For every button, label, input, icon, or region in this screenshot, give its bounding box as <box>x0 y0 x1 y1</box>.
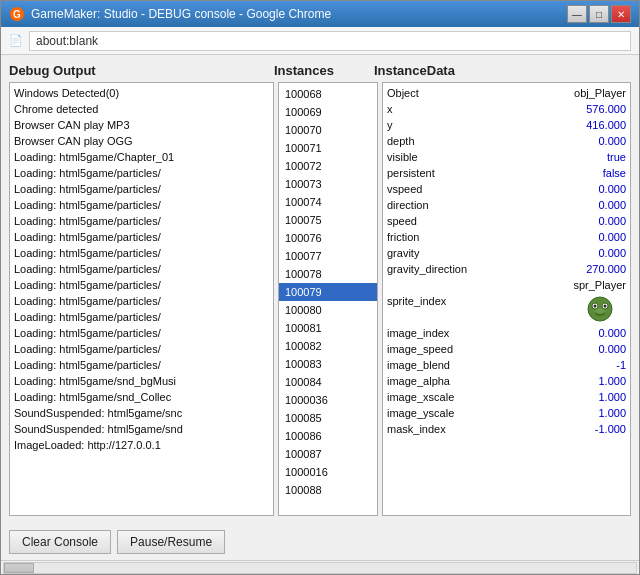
debug-panel: Windows Detected(0)Chrome detectedBrowse… <box>9 82 274 516</box>
instance-item[interactable]: 100070 <box>279 121 377 139</box>
instance-item[interactable]: 100069 <box>279 103 377 121</box>
debug-content[interactable]: Windows Detected(0)Chrome detectedBrowse… <box>10 83 273 515</box>
instance-item[interactable]: 100075 <box>279 211 377 229</box>
data-key: image_xscale <box>387 389 517 405</box>
data-key: speed <box>387 213 517 229</box>
data-key: persistent <box>387 165 517 181</box>
data-row: image_speed0.000 <box>387 341 626 357</box>
instance-item[interactable]: 100071 <box>279 139 377 157</box>
debug-line: Loading: html5game/particles/ <box>14 309 269 325</box>
instances-content[interactable]: 1000681000691000701000711000721000731000… <box>279 83 377 515</box>
debug-line: Loading: html5game/particles/ <box>14 229 269 245</box>
data-value: -1.000 <box>595 421 626 437</box>
data-row: gravity0.000 <box>387 245 626 261</box>
title-buttons: — □ ✕ <box>567 5 631 23</box>
instance-item[interactable]: 100081 <box>279 319 377 337</box>
bottom-bar: Clear Console Pause/Resume <box>1 524 639 560</box>
instance-item[interactable]: 100084 <box>279 373 377 391</box>
data-row: image_yscale1.000 <box>387 405 626 421</box>
pause-resume-button[interactable]: Pause/Resume <box>117 530 225 554</box>
debug-line: Loading: html5game/particles/ <box>14 341 269 357</box>
panels-row: Windows Detected(0)Chrome detectedBrowse… <box>9 82 631 516</box>
debug-line: Loading: html5game/particles/ <box>14 181 269 197</box>
data-value: 1.000 <box>598 405 626 421</box>
data-key: visible <box>387 149 517 165</box>
data-value: 0.000 <box>598 229 626 245</box>
address-input[interactable] <box>29 31 631 51</box>
data-value: -1 <box>616 357 626 373</box>
data-key: image_speed <box>387 341 517 357</box>
data-key: y <box>387 117 517 133</box>
data-value: 416.000 <box>586 117 626 133</box>
instance-item[interactable]: 100082 <box>279 337 377 355</box>
app-icon: G <box>9 6 25 22</box>
instance-item[interactable]: 100074 <box>279 193 377 211</box>
debug-line: Loading: html5game/Chapter_01 <box>14 149 269 165</box>
svg-text:G: G <box>13 9 21 20</box>
data-value: true <box>607 149 626 165</box>
debug-line: ImageLoaded: http://127.0.0.1 <box>14 437 269 453</box>
data-key: sprite_index <box>387 293 517 309</box>
data-key: gravity_direction <box>387 261 517 277</box>
instance-item[interactable]: 1000036 <box>279 391 377 409</box>
data-value: 0.000 <box>598 245 626 261</box>
instance-item[interactable]: 100083 <box>279 355 377 373</box>
instance-item[interactable]: 100078 <box>279 265 377 283</box>
data-key: vspeed <box>387 181 517 197</box>
sprite-name-label: spr_Player <box>573 277 626 293</box>
title-bar: G GameMaker: Studio - DEBUG console - Go… <box>1 1 639 27</box>
instancedata-header: InstanceData <box>374 63 631 78</box>
data-key: friction <box>387 229 517 245</box>
instance-item[interactable]: 100087 <box>279 445 377 463</box>
main-content: Debug Output Instances InstanceData Wind… <box>1 55 639 524</box>
debug-line: Loading: html5game/particles/ <box>14 245 269 261</box>
instance-item[interactable]: 100073 <box>279 175 377 193</box>
debug-output-header: Debug Output <box>9 63 274 78</box>
data-row: y416.000 <box>387 117 626 133</box>
debug-line: Loading: html5game/particles/ <box>14 293 269 309</box>
data-row: mask_index-1.000 <box>387 421 626 437</box>
instance-item[interactable]: 100088 <box>279 481 377 499</box>
window-title: GameMaker: Studio - DEBUG console - Goog… <box>31 7 331 21</box>
svg-point-6 <box>603 305 606 308</box>
close-button[interactable]: ✕ <box>611 5 631 23</box>
scrollbar-thumb[interactable] <box>4 563 34 573</box>
minimize-button[interactable]: — <box>567 5 587 23</box>
debug-line: Loading: html5game/particles/ <box>14 197 269 213</box>
instance-item[interactable]: 100079 <box>279 283 377 301</box>
debug-line: Loading: html5game/particles/ <box>14 261 269 277</box>
data-value: obj_Player <box>574 85 626 101</box>
instance-item[interactable]: 100080 <box>279 301 377 319</box>
data-row: visibletrue <box>387 149 626 165</box>
data-value: 270.000 <box>586 261 626 277</box>
debug-line: Browser CAN play OGG <box>14 133 269 149</box>
instancedata-content[interactable]: Objectobj_Playerx576.000y416.000depth0.0… <box>383 83 630 515</box>
svg-point-7 <box>595 308 605 314</box>
data-key: image_index <box>387 325 517 341</box>
instance-item[interactable]: 100077 <box>279 247 377 265</box>
data-row: image_index0.000 <box>387 325 626 341</box>
data-key: image_yscale <box>387 405 517 421</box>
data-value: 1.000 <box>598 373 626 389</box>
scrollbar-track[interactable] <box>3 562 637 574</box>
debug-line: Loading: html5game/snd_bgMusi <box>14 373 269 389</box>
debug-line: Loading: html5game/particles/ <box>14 277 269 293</box>
debug-line: Loading: html5game/particles/ <box>14 325 269 341</box>
instance-item[interactable]: 1000016 <box>279 463 377 481</box>
instance-item[interactable]: 100072 <box>279 157 377 175</box>
instance-item[interactable]: 100076 <box>279 229 377 247</box>
maximize-button[interactable]: □ <box>589 5 609 23</box>
instance-item[interactable]: 100068 <box>279 85 377 103</box>
bottom-scrollbar[interactable] <box>1 560 639 574</box>
instance-item[interactable]: 100085 <box>279 409 377 427</box>
data-row: Objectobj_Player <box>387 85 626 101</box>
window: G GameMaker: Studio - DEBUG console - Go… <box>0 0 640 575</box>
instance-item[interactable]: 100086 <box>279 427 377 445</box>
title-bar-left: G GameMaker: Studio - DEBUG console - Go… <box>9 6 331 22</box>
instances-header: Instances <box>274 63 374 78</box>
data-row: image_blend-1 <box>387 357 626 373</box>
data-value: 0.000 <box>598 133 626 149</box>
debug-line: Chrome detected <box>14 101 269 117</box>
clear-console-button[interactable]: Clear Console <box>9 530 111 554</box>
data-key: depth <box>387 133 517 149</box>
